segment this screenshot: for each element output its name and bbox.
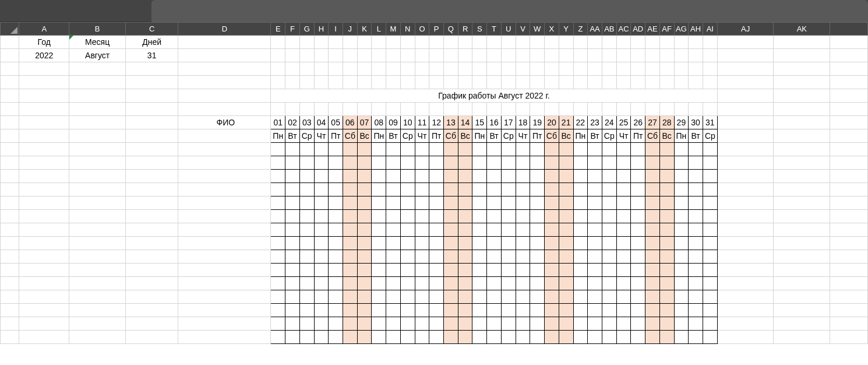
schedule-cell[interactable] [573,264,588,277]
schedule-cell[interactable] [444,143,458,156]
cell[interactable] [458,49,472,62]
cell[interactable] [645,76,660,89]
cell[interactable] [774,196,830,210]
day-name[interactable]: Вт [386,129,401,143]
schedule-cell[interactable] [429,210,444,223]
cell[interactable] [588,103,602,116]
label-days[interactable]: Дней [126,36,178,49]
cell[interactable] [631,103,645,116]
cell[interactable] [530,62,545,76]
schedule-cell[interactable] [659,250,674,264]
cell[interactable] [830,116,868,129]
cell[interactable] [69,76,126,89]
schedule-cell[interactable] [516,183,530,196]
schedule-cell[interactable] [545,223,559,237]
schedule-cell[interactable] [343,210,358,223]
schedule-cell[interactable] [487,156,502,170]
schedule-cell[interactable] [616,264,631,277]
schedule-cell[interactable] [357,237,372,250]
cell[interactable] [588,62,602,76]
schedule-cell[interactable] [703,196,717,210]
cell[interactable] [285,36,300,49]
day-name[interactable]: Сб [545,129,559,143]
schedule-cell[interactable] [472,183,487,196]
cell[interactable] [717,36,774,49]
schedule-cell[interactable] [645,170,660,183]
schedule-cell[interactable] [458,237,472,250]
schedule-cell[interactable] [645,196,660,210]
cell[interactable] [830,196,868,210]
cell[interactable] [717,89,774,103]
schedule-cell[interactable] [674,183,689,196]
schedule-cell[interactable] [516,264,530,277]
cell[interactable] [314,62,329,76]
schedule-cell[interactable] [415,170,429,183]
day-name[interactable]: Чт [516,129,530,143]
cell[interactable] [717,103,774,116]
cell[interactable] [774,49,830,62]
cell[interactable] [458,62,472,76]
schedule-cell[interactable] [530,304,545,317]
schedule-cell[interactable] [299,304,314,317]
schedule-cell[interactable] [386,196,401,210]
schedule-cell[interactable] [372,143,386,156]
schedule-cell[interactable] [588,304,602,317]
schedule-cell[interactable] [645,290,660,304]
schedule-cell[interactable] [703,317,717,331]
cell[interactable] [126,290,178,304]
schedule-cell[interactable] [530,183,545,196]
schedule-cell[interactable] [703,156,717,170]
cell[interactable] [271,103,285,116]
cell[interactable] [774,290,830,304]
schedule-cell[interactable] [415,223,429,237]
cell[interactable] [372,103,386,116]
cell[interactable] [415,36,429,49]
schedule-cell[interactable] [545,210,559,223]
cell[interactable] [444,49,458,62]
row-header[interactable]: 21 [1,304,19,317]
schedule-cell[interactable] [645,304,660,317]
schedule-cell[interactable] [271,264,285,277]
schedule-cell[interactable] [386,264,401,277]
cell[interactable] [616,62,631,76]
cell[interactable] [178,223,271,237]
schedule-cell[interactable] [689,277,703,290]
column-header[interactable]: A [19,23,69,36]
schedule-cell[interactable] [372,156,386,170]
schedule-cell[interactable] [285,331,300,344]
column-header[interactable]: AH [689,23,703,36]
schedule-cell[interactable] [285,156,300,170]
schedule-cell[interactable] [271,170,285,183]
cell[interactable] [178,49,271,62]
column-header[interactable]: B [69,23,126,36]
schedule-cell[interactable] [386,277,401,290]
schedule-cell[interactable] [472,156,487,170]
column-header[interactable]: X [545,23,559,36]
schedule-cell[interactable] [458,250,472,264]
cell[interactable] [659,103,674,116]
cell[interactable] [19,264,69,277]
schedule-cell[interactable] [674,277,689,290]
schedule-cell[interactable] [271,250,285,264]
cell[interactable] [717,156,774,170]
schedule-cell[interactable] [429,223,444,237]
schedule-cell[interactable] [400,183,415,196]
schedule-cell[interactable] [415,290,429,304]
schedule-cell[interactable] [545,156,559,170]
schedule-cell[interactable] [545,183,559,196]
cell[interactable] [415,62,429,76]
row-header[interactable]: 6 [1,103,19,116]
schedule-cell[interactable] [372,183,386,196]
column-header[interactable]: L [372,23,386,36]
schedule-cell[interactable] [314,290,329,304]
schedule-cell[interactable] [314,223,329,237]
schedule-cell[interactable] [415,250,429,264]
cell[interactable] [19,250,69,264]
cell[interactable] [501,76,516,89]
schedule-cell[interactable] [703,331,717,344]
cell[interactable] [178,156,271,170]
cell[interactable] [674,62,689,76]
schedule-cell[interactable] [645,183,660,196]
schedule-cell[interactable] [516,237,530,250]
schedule-cell[interactable] [631,250,645,264]
